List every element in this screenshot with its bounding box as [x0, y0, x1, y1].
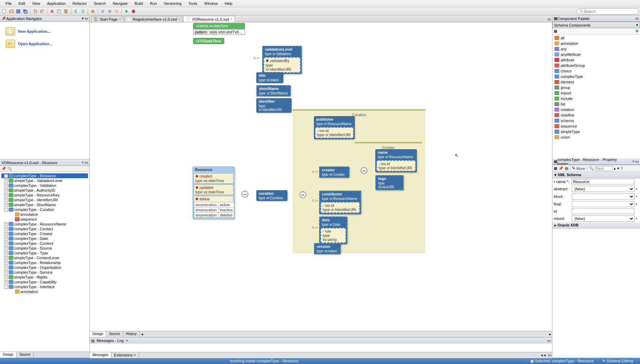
menu-edit[interactable]: Edit [15, 1, 29, 6]
messages-log-tab[interactable]: Messages - Log [95, 338, 126, 343]
menu-help[interactable]: Help [221, 1, 236, 6]
identifier-box[interactable]: identifier type vr:IdentifierURI [256, 98, 292, 113]
shortname-box[interactable]: shortName type vr:ShortName [256, 85, 291, 97]
palette-item-group[interactable]: group [553, 85, 639, 90]
palette-item-attribute[interactable]: attribute [553, 57, 639, 63]
menu-file[interactable]: File [2, 1, 15, 6]
expand-icon[interactable]: + [4, 242, 8, 245]
dropdown-icon[interactable]: ▾ [634, 194, 639, 199]
close-icon[interactable]: × [134, 353, 136, 357]
expand-icon[interactable]: + [4, 246, 8, 250]
tree-item[interactable]: + complexType - Content [1, 241, 88, 246]
oracle-xdb-section[interactable]: ▸ Oracle XDB [552, 222, 640, 229]
expand-icon[interactable]: + [4, 271, 8, 274]
xml-schema-section[interactable]: ▾ XML Schema [552, 172, 640, 178]
tab-start-page[interactable]: 🏠Start Page× [91, 16, 124, 22]
open-application-link[interactable]: 📂 Open Application... [3, 38, 86, 50]
forward-icon[interactable] [80, 8, 86, 14]
close-icon[interactable]: × [126, 338, 128, 343]
dropdown-icon[interactable]: ▾ [634, 202, 639, 206]
close-icon[interactable]: × [119, 17, 121, 21]
menu-refactor[interactable]: Refactor [69, 1, 90, 6]
tree-item[interactable]: + simpleType - Rights [1, 275, 88, 280]
palette-item-all[interactable]: all [553, 35, 639, 41]
tree-item[interactable]: + complexType - Organisation [1, 265, 88, 270]
dropdown-icon[interactable]: ▾ [636, 23, 638, 27]
tab-messages[interactable]: Messages [90, 352, 111, 358]
palette-category[interactable]: Schema Components ▾ [552, 22, 640, 28]
palette-item-sequence[interactable]: sequence [553, 123, 639, 129]
expand-icon[interactable]: + [4, 189, 8, 192]
expand-icon[interactable]: + [4, 237, 8, 241]
pin-icon[interactable]: 📌 [559, 166, 563, 171]
palette-item-redefine[interactable]: redefine [553, 112, 639, 118]
menu-view[interactable]: View [29, 1, 44, 6]
date-box[interactable]: date type vr:Date ◦ role type xs:string [319, 216, 347, 244]
expand-icon[interactable]: + [4, 261, 8, 265]
title-box[interactable]: title type xs:token [256, 72, 283, 83]
paste-icon[interactable] [63, 8, 69, 14]
close-icon[interactable]: × [178, 17, 180, 21]
tree-item[interactable]: + complexType - Date [1, 236, 88, 241]
component-icon[interactable] [100, 8, 106, 14]
palette-item-import[interactable]: import [553, 90, 639, 96]
tree-item[interactable]: + simpleType - IdentifierURI [1, 198, 88, 202]
inspector-combo[interactable]: (false) [572, 186, 634, 192]
palette-item-list[interactable]: list [553, 101, 639, 107]
inspector-combo[interactable] [572, 193, 634, 200]
tree-item[interactable]: - complexType - Resource [1, 173, 88, 178]
open-icon[interactable] [8, 8, 14, 14]
search-box[interactable] [577, 8, 639, 14]
tab-design[interactable]: Design [90, 331, 106, 337]
sequence-connector-3[interactable]: ••• [361, 167, 367, 174]
close-icon[interactable]: × [230, 17, 233, 21]
pin-icon[interactable]: 📌 [1, 166, 6, 171]
expand-icon[interactable]: + [4, 198, 8, 202]
tree-item[interactable]: sequence [1, 217, 88, 222]
debug-icon[interactable] [130, 8, 137, 14]
name-box[interactable]: name type vr:ResourceName ◦ ivo-id type … [375, 149, 417, 172]
palette-item-union[interactable]: union [553, 134, 639, 140]
tree-item[interactable]: + simpleType - ValidationLevel [1, 178, 88, 183]
search-input[interactable] [584, 9, 636, 13]
minimize-icon[interactable]: ▭ [547, 352, 552, 358]
menu-tools[interactable]: Tools [185, 1, 201, 6]
cut-icon[interactable] [49, 8, 55, 14]
expand-icon[interactable]: + [4, 203, 8, 207]
save-icon[interactable] [15, 8, 21, 14]
menu-window[interactable]: Window [201, 1, 221, 6]
palette-item-complexType[interactable]: complexType [553, 74, 639, 79]
undo-icon[interactable] [32, 8, 38, 14]
palette-item-include[interactable]: include [553, 96, 639, 101]
tab-registry-interface[interactable]: 📄RegistryInterface-v1.0.xsd× [124, 16, 183, 22]
find-input[interactable] [595, 166, 612, 171]
creator-box[interactable]: creator type vr:Creator [319, 166, 349, 178]
tab-extensions[interactable]: Extensions × [111, 352, 139, 358]
tree-item[interactable]: + complexType - Creator [1, 231, 88, 236]
expand-icon[interactable]: + [4, 280, 8, 284]
down-icon[interactable]: ▾ [617, 166, 619, 171]
publisher-box[interactable]: publisher type vr:ResourceName ◦ ivo-id … [314, 116, 355, 139]
pin-icon[interactable]: 📌 [1, 16, 6, 21]
expand-icon[interactable]: + [4, 251, 8, 255]
expand-icon[interactable]: + [4, 266, 8, 270]
tree-item[interactable]: + complexType - Service [1, 270, 88, 275]
maximize-icon[interactable]: ▭ [546, 16, 552, 22]
palette-item-annotation[interactable]: annotation [553, 41, 639, 46]
props-icon[interactable]: ▤ [565, 166, 568, 171]
minimize-icon[interactable]: ▭ [635, 159, 639, 164]
sequence-connector[interactable]: ••• [242, 191, 248, 198]
expand-icon[interactable]: + [4, 222, 8, 226]
minimize-icon[interactable]: ▭ [85, 160, 88, 165]
expand-icon[interactable]: + [4, 275, 8, 279]
contributor-box[interactable]: contributor type vr:ResourceName ◦ ivo-i… [319, 191, 361, 214]
back-icon[interactable] [73, 8, 79, 14]
palette-item-notation[interactable]: notation [553, 107, 639, 112]
expand-icon[interactable]: - [4, 174, 8, 178]
tree-item[interactable]: annotation [1, 212, 88, 217]
expand-icon[interactable]: + [4, 184, 8, 188]
edit-icon[interactable]: ✎ [572, 166, 575, 171]
tree-item[interactable]: + complexType - Validation [1, 183, 88, 188]
tree-item[interactable]: + simpleType - AuthorityID [1, 188, 88, 193]
minimize-icon[interactable]: ▭ [635, 16, 639, 21]
